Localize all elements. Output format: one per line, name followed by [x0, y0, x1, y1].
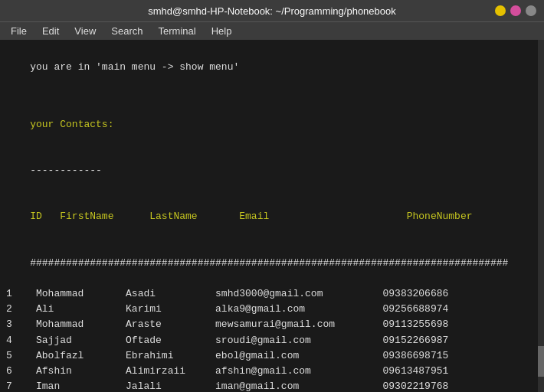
table-header: ID FirstName LastName Email PhoneNumber: [6, 194, 538, 240]
menu-file[interactable]: File: [3, 24, 34, 38]
menubar: File Edit View Search Terminal Help: [0, 21, 544, 40]
table-row: 3 Mohammad Araste mewsamurai@gmail.com 0…: [6, 317, 538, 332]
contacts-label: your Contacts:: [6, 101, 538, 147]
hash-top: ########################################…: [6, 240, 538, 286]
menu-search[interactable]: Search: [103, 24, 150, 38]
maximize-button[interactable]: [510, 5, 521, 16]
spacer1: [6, 90, 538, 101]
titlebar-controls: [495, 5, 536, 16]
titlebar-title: smhd@smhd-HP-Notebook: ~/Programming/pho…: [148, 5, 396, 17]
menu-terminal[interactable]: Terminal: [151, 24, 204, 38]
scrollbar[interactable]: [538, 40, 544, 392]
terminal[interactable]: you are in 'main menu -> show menu' your…: [0, 40, 544, 392]
table-row: 5 Abolfazl Ebrahimi ebol@gmail.com 09386…: [6, 348, 538, 364]
table-row: 7 Iman Jalali iman@gmail.com 09302219768: [6, 379, 538, 392]
table-row: 4 Sajjad Oftade sroudi@gmail.com 0915226…: [6, 333, 538, 348]
close-button[interactable]: [526, 5, 536, 16]
scrollbar-thumb[interactable]: [538, 346, 544, 377]
table-row: 2 Ali Karimi alka9@gmail.com 09256688974: [6, 302, 538, 317]
table-row: 6 Afshin Alimirzaii afshin@gmail.com 096…: [6, 364, 538, 379]
state-line: you are in 'main menu -> show menu': [6, 44, 538, 90]
titlebar: smhd@smhd-HP-Notebook: ~/Programming/pho…: [0, 0, 544, 21]
contact-table: 1 Mohammad Asadi smhd3000@gmail.com 0938…: [6, 286, 538, 392]
menu-edit[interactable]: Edit: [34, 24, 67, 38]
minimize-button[interactable]: [495, 5, 506, 16]
table-row: 1 Mohammad Asadi smhd3000@gmail.com 0938…: [6, 286, 538, 302]
menu-help[interactable]: Help: [204, 24, 240, 38]
menu-view[interactable]: View: [67, 24, 103, 38]
divider-line: ------------: [6, 148, 538, 194]
